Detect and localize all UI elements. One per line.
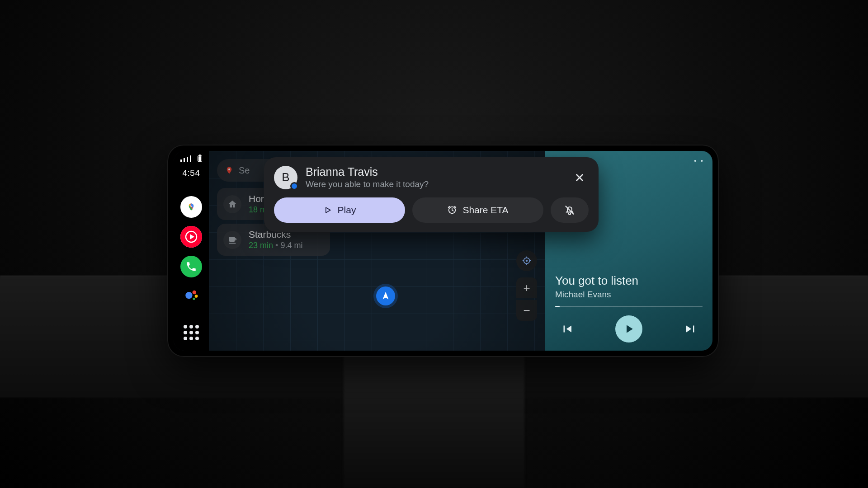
head-unit: 4:54 [167, 145, 719, 357]
svg-point-7 [228, 169, 230, 170]
messages-app-badge-icon [290, 182, 298, 190]
svg-point-8 [524, 258, 530, 264]
next-track-button[interactable] [682, 320, 700, 338]
zoom-out-button[interactable]: − [516, 300, 537, 321]
svg-point-9 [526, 260, 528, 262]
system-rail: 4:54 [174, 151, 209, 351]
play-button[interactable] [615, 315, 642, 343]
battery-icon [198, 155, 202, 162]
current-location-marker [376, 286, 395, 305]
svg-point-3 [185, 292, 192, 299]
status-icons [180, 155, 202, 162]
media-menu-icon[interactable]: • • [694, 157, 704, 164]
previous-track-button[interactable] [558, 320, 576, 338]
recenter-button[interactable] [516, 250, 537, 271]
track-title: You got to listen [555, 274, 703, 288]
home-icon [223, 195, 241, 213]
close-button[interactable] [571, 169, 589, 187]
clock: 4:54 [183, 168, 200, 178]
app-youtube-music[interactable] [180, 226, 202, 248]
zoom-in-button[interactable]: + [516, 277, 537, 298]
search-placeholder: Se [239, 165, 250, 176]
message-preview: Were you able to make it today? [306, 179, 429, 189]
play-message-button[interactable]: Play [274, 197, 405, 223]
app-maps[interactable] [180, 196, 202, 218]
clock-share-icon [447, 205, 457, 215]
svg-point-5 [195, 295, 198, 298]
svg-point-6 [193, 298, 195, 300]
app-phone[interactable] [180, 256, 202, 277]
progress-bar[interactable] [555, 306, 703, 307]
message-notification: B Brianna Travis Were you able to make i… [264, 157, 599, 232]
share-eta-button[interactable]: Share ETA [412, 197, 543, 223]
bell-off-icon [564, 204, 576, 216]
coffee-icon [223, 231, 241, 249]
play-icon [323, 206, 332, 215]
svg-point-4 [193, 291, 197, 295]
sender-avatar: B [274, 166, 297, 189]
track-artist: Michael Evans [555, 290, 703, 300]
sender-name: Brianna Travis [306, 165, 429, 178]
screen: 4:54 [174, 151, 712, 351]
mute-button[interactable] [551, 197, 589, 223]
app-launcher[interactable] [182, 324, 200, 342]
app-assistant[interactable] [182, 286, 200, 304]
